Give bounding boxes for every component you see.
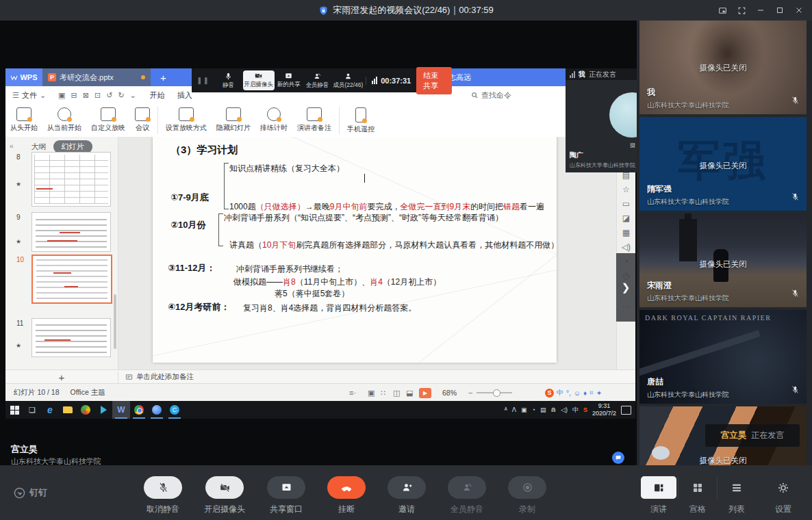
camera-on-button[interactable]: 开启摄像头 [204,476,245,515]
sogou-icon[interactable]: S [545,389,554,398]
compact-mode-icon[interactable] [715,3,730,18]
rail-favorite-icon[interactable]: ☆ [622,185,630,194]
wps-new-tab-button[interactable]: + [160,72,166,83]
floatbar-new-share-button[interactable]: 新的共享 [275,72,303,89]
ime-lang[interactable]: 中 [557,388,563,398]
ribbon-setup-show[interactable]: 设置放映方式 [161,104,212,133]
rail-image-icon[interactable]: ▦ [622,229,630,237]
ime-emoji-icon[interactable]: ☺ [574,389,581,397]
floatbar-members-button[interactable]: 成员(22/46) [332,72,365,90]
unmute-button[interactable]: 取消静音 [144,476,182,515]
panel-tab-slides[interactable]: 幻灯片 [53,140,92,153]
view-normal-icon[interactable]: ▣ [368,389,375,398]
fullscreen-icon[interactable] [734,3,749,18]
zoom-out-icon[interactable]: − [468,389,472,397]
tray-sogou-icon[interactable]: S [583,406,587,413]
floatbar-mute-all-button[interactable]: 全员静音 [303,72,332,90]
ime-toolbar[interactable]: S 中 °, ☺ ♦ ⌗ ✦ [545,388,602,398]
settings-button[interactable]: 设置 [764,476,802,515]
zoom-slider[interactable] [477,392,512,393]
wps-menu-home[interactable]: 开始 [150,90,165,101]
ribbon-speaker-notes[interactable]: 演讲者备注 [292,104,336,133]
notes-toggle-icon[interactable]: ≡· [349,389,356,397]
ribbon-hide-slide[interactable]: 隐藏幻灯片 [212,104,255,133]
ime-mic-icon[interactable]: ♦ [583,389,587,397]
slide-thumbnail-8[interactable] [31,152,111,207]
redo-icon[interactable]: ↻ [118,91,124,100]
ribbon-meeting[interactable]: 会议 [130,104,155,133]
output-icon[interactable]: ⊟ [71,91,77,100]
zoom-knob[interactable] [493,389,500,397]
file-explorer-icon[interactable] [59,401,77,419]
dingtalk-taskbar-icon[interactable]: C [166,401,183,419]
preview-icon[interactable]: ⊡ [94,91,101,100]
floatbar-mute-button[interactable]: 静音 [214,72,243,90]
collapse-panel-icon[interactable]: « [10,142,14,150]
tray-volume-icon[interactable]: ◁) [561,406,568,413]
slide-thumbnail-11[interactable] [31,318,111,357]
start-button[interactable] [5,401,23,419]
wps-document-tab[interactable]: P 考研交流会.pptx [42,68,151,86]
share-window-button[interactable]: 共享窗口 [267,476,305,515]
view-speaker-button[interactable]: 演讲 [639,476,678,515]
hangup-button[interactable]: 挂断 [327,476,366,515]
wps-menu-file[interactable]: 文件 [22,90,37,101]
browser-360-icon[interactable] [77,401,94,419]
rail-textbox-icon[interactable]: ▭ [622,200,630,208]
task-view-icon[interactable]: ❏ [23,401,41,419]
floatbar-camera-button[interactable]: 开启摄像头 [243,70,275,90]
wps-logo[interactable]: WPS [5,68,42,86]
people-tray-icon[interactable]: ᴬ [505,406,507,413]
ime-keyboard-icon[interactable]: ⌗ [589,389,594,397]
slide-thumbnail-9[interactable] [31,212,111,252]
tray-network-icon[interactable]: ⋒ [550,406,556,413]
view-notes-icon[interactable]: ⬓ [406,389,413,398]
video-app-icon[interactable] [94,401,112,419]
wps-menu-insert[interactable]: 插入 [177,90,192,101]
notes-placeholder-row[interactable]: 单击此处添加备注 [125,372,194,382]
mute-all-button[interactable]: 全员静音 [448,476,486,515]
video-tile-songyucheng[interactable]: 摄像头已关闭 宋雨澄 山东科技大学泰山科技学院 [639,213,807,307]
video-tile-suijunqiang[interactable]: 军强 摄像头已关闭 隋军强 山东科技大学泰山科技学院 [639,117,807,211]
chrome-icon[interactable] [130,401,148,419]
tray-folder-icon[interactable]: ▤ [540,406,546,413]
tray-shield-icon[interactable]: ▣ [521,406,527,413]
record-button[interactable]: 录制 [508,476,546,515]
edge-icon[interactable]: e [41,401,59,419]
current-slide[interactable]: （3）学习计划 ①7-9月底 知识点精讲精练（复习大全本） 1000题（只做选择… [153,137,557,363]
more-tools-icon[interactable]: ⌄ [130,91,136,100]
slideshow-play-button[interactable]: ▶ [419,388,431,398]
print-icon[interactable]: ⊠ [83,91,89,100]
ime-skin-icon[interactable]: ✦ [596,389,602,397]
close-icon[interactable] [791,3,807,18]
browser-blue-icon[interactable] [148,401,166,419]
undo-icon[interactable]: ↺ [106,91,112,100]
panel-scrollbar[interactable] [114,294,116,349]
ribbon-phone-control[interactable]: 手机遥控 [342,104,379,134]
sidebar-collapse-handle[interactable]: ❯ [616,253,635,322]
wps-search[interactable]: 查找命令 [471,90,511,101]
rail-sound-icon[interactable]: ◁) [622,243,631,251]
ribbon-custom-show[interactable]: 自定义放映 [86,104,130,133]
tray-ime-icon[interactable]: 中 [572,406,579,415]
tray-expand-icon[interactable]: ᐱ [512,406,516,413]
end-share-button[interactable]: 结束共享 [416,67,452,94]
chat-bubble-button[interactable] [612,452,624,464]
add-slide-button[interactable]: + [5,372,118,383]
save-icon[interactable]: ▣ [58,91,65,100]
drag-handle[interactable]: ❚❚ [196,77,210,84]
ribbon-from-current[interactable]: 从当前开始 [42,104,86,133]
ime-punct-icon[interactable]: °, [566,389,571,397]
zoom-percent[interactable]: 68% [442,389,457,397]
view-list-button[interactable]: 列表 [718,476,756,515]
video-tile-me[interactable]: 摄像头已关闭 我 山东科技大学泰山科技学院 [639,21,807,114]
tray-cloud-icon[interactable]: ◔ [532,406,535,413]
view-sorter-icon[interactable]: ∷ [381,389,385,398]
taskbar-clock[interactable]: 9:312020/7/2 [592,402,616,418]
wps-taskbar-icon[interactable]: W [112,401,130,419]
view-reading-icon[interactable]: ◫ [393,389,400,398]
theme-name[interactable]: Office 主题 [71,388,105,398]
rail-edit-icon[interactable]: ◪ [622,214,630,222]
video-tile-tangzhe[interactable]: DARK ROYAL CAPTAIN RAPIER 唐喆 山东科技大学泰山科技学… [639,310,807,404]
minimize-icon[interactable] [753,3,768,18]
